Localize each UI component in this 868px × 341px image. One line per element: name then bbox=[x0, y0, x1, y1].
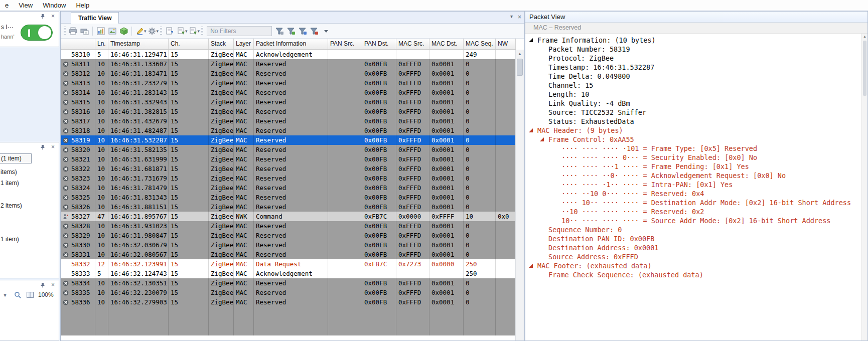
tree-node[interactable]: MAC Footer: (exhausted data) bbox=[525, 261, 861, 270]
table-row[interactable]: 583221016:46:31.68187115ZigBeeMACReserve… bbox=[61, 164, 516, 174]
menu-item-file-partial[interactable]: e bbox=[0, 0, 14, 11]
table-row[interactable]: 583291016:46:31.98084715ZigBeeMACReserve… bbox=[61, 231, 516, 240]
tree-node[interactable]: Frame Control: 0xAA55 bbox=[525, 135, 861, 144]
scrollbar-thumb[interactable] bbox=[863, 41, 866, 96]
table-row[interactable]: 583231016:46:31.73167915ZigBeeMACReserve… bbox=[61, 174, 516, 183]
scrollbar-thumb[interactable] bbox=[517, 59, 523, 76]
tab-traffic-view[interactable]: Traffic View bbox=[71, 12, 119, 24]
table-row[interactable]: 583191016:46:31.53228715ZigBeeMACReserve… bbox=[61, 135, 516, 145]
table-row[interactable]: 583351016:46:32.23007915ZigBeeMACReserve… bbox=[61, 288, 516, 297]
column-header-pan-src[interactable]: PAN Src. bbox=[328, 39, 362, 49]
column-header-icon[interactable] bbox=[61, 39, 95, 49]
tree-item[interactable]: 1 item) bbox=[1, 236, 19, 243]
table-row[interactable]: 583131016:46:31.23327915ZigBeeMACReserve… bbox=[61, 78, 516, 88]
filter-edit-button[interactable] bbox=[297, 25, 309, 37]
tree-item-selected[interactable]: (1 item) bbox=[0, 153, 32, 163]
tree-item[interactable]: 1 item) bbox=[1, 180, 19, 187]
close-icon[interactable]: × bbox=[49, 143, 57, 150]
packet-view-scrollbar[interactable]: ▲ bbox=[861, 34, 867, 340]
table-row[interactable]: 583274716:46:31.89576715ZigBeeNWKCommand… bbox=[61, 212, 516, 221]
pin-icon[interactable] bbox=[39, 13, 46, 20]
column-header-layer[interactable]: Layer bbox=[234, 39, 254, 49]
split-view-icon[interactable] bbox=[26, 290, 35, 299]
close-icon[interactable]: × bbox=[49, 13, 57, 20]
tree-node[interactable]: ···· ···· ···· 0··· = Security Enabled: … bbox=[525, 153, 861, 162]
tree-node[interactable]: ···· ···· ···1 ···· = Frame Pending: [0x… bbox=[525, 162, 861, 171]
tree-node[interactable]: ··10 ···· ···· ···· = Reserved: 0x2 bbox=[525, 207, 861, 216]
tree-node[interactable]: Status: ExhaustedData bbox=[525, 117, 861, 126]
table-row[interactable]: 583211016:46:31.63199915ZigBeeMACReserve… bbox=[61, 154, 516, 164]
column-header-timestamp[interactable]: Timestamp bbox=[108, 39, 169, 49]
chevron-down-icon[interactable]: ▾ bbox=[157, 29, 159, 34]
filter-lines-button[interactable] bbox=[274, 25, 285, 37]
table-row[interactable]: 583281016:46:31.93102315ZigBeeMACReserve… bbox=[61, 221, 516, 231]
chevron-down-icon[interactable]: ▾ bbox=[510, 14, 513, 21]
toggle-knob[interactable] bbox=[38, 26, 51, 39]
table-row[interactable]: 583111016:46:31.13360715ZigBeeMACReserve… bbox=[61, 59, 516, 69]
table-row[interactable]: 583141016:46:31.28314315ZigBeeMACReserve… bbox=[61, 88, 516, 97]
image-export-button[interactable] bbox=[106, 25, 118, 37]
report-button[interactable] bbox=[95, 25, 106, 37]
table-row[interactable]: 583251016:46:31.83134315ZigBeeMACReserve… bbox=[61, 193, 516, 202]
table-row[interactable] bbox=[61, 326, 516, 335]
table-row[interactable]: 583301016:46:32.03067915ZigBeeMACReserve… bbox=[61, 240, 516, 250]
table-row[interactable]: 583261016:46:31.88115115ZigBeeMACReserve… bbox=[61, 202, 516, 212]
menu-item-view[interactable]: View bbox=[14, 0, 38, 11]
table-row[interactable] bbox=[61, 316, 516, 326]
column-header-packet-information[interactable]: Packet Information bbox=[254, 39, 328, 49]
tree-item[interactable]: 2 items) bbox=[1, 202, 22, 209]
table-row[interactable]: 58333516:46:32.12474315ZigBeeMACAcknowle… bbox=[61, 269, 516, 278]
tree-node[interactable]: Time Delta: 0.049800 bbox=[525, 72, 861, 81]
table-row[interactable]: 583361016:46:32.27990315ZigBeeMACReserve… bbox=[61, 297, 516, 307]
table-row[interactable]: 583341016:46:32.13035115ZigBeeMACReserve… bbox=[61, 278, 516, 288]
table-row[interactable]: 583121016:46:31.18347115ZigBeeMACReserve… bbox=[61, 69, 516, 78]
chevron-down-icon[interactable]: ▾ bbox=[1, 290, 10, 299]
tree-node[interactable]: Protocol: ZigBee bbox=[525, 54, 861, 63]
table-row[interactable]: 583151016:46:31.33294315ZigBeeMACReserve… bbox=[61, 97, 516, 107]
tree-node[interactable]: Timestamp: 16:46:31.532287 bbox=[525, 63, 861, 72]
package-button[interactable] bbox=[118, 25, 129, 37]
tree-node[interactable]: Destination Address: 0x0001 bbox=[525, 243, 861, 252]
capture-toggle[interactable] bbox=[21, 25, 53, 41]
toolbar-grip[interactable] bbox=[64, 27, 66, 36]
tree-node[interactable]: Link Quality: -4 dBm bbox=[525, 99, 861, 108]
pin-icon[interactable] bbox=[39, 281, 46, 288]
print-preview-button[interactable] bbox=[79, 25, 90, 37]
tree-node[interactable]: ···· ···· ·1·· ···· = Intra-PAN: [0x1] Y… bbox=[525, 180, 861, 189]
toolbar-grip[interactable] bbox=[160, 27, 162, 36]
scroll-up-icon[interactable]: ▲ bbox=[862, 34, 867, 40]
tree-node[interactable]: 10·· ···· ···· ···· = Source Addr Mode: … bbox=[525, 216, 861, 225]
tree-node[interactable]: Source: TICC2532 Sniffer bbox=[525, 108, 861, 117]
tree-expanded-icon[interactable] bbox=[529, 264, 533, 268]
menu-item-help[interactable]: Help bbox=[71, 0, 94, 11]
table-row[interactable]: 583321216:46:32.12399115ZigBeeMACData Re… bbox=[61, 259, 516, 269]
tree-expanded-icon[interactable] bbox=[529, 38, 533, 42]
tree-node[interactable]: Packet Number: 58319 bbox=[525, 45, 861, 54]
table-row[interactable]: 583311016:46:32.08056715ZigBeeMACReserve… bbox=[61, 250, 516, 259]
table-row[interactable]: 583181016:46:31.48248715ZigBeeMACReserve… bbox=[61, 126, 516, 135]
column-header-ch[interactable]: Ch. bbox=[169, 39, 209, 49]
table-row[interactable]: 583201016:46:31.58213515ZigBeeMACReserve… bbox=[61, 145, 516, 154]
column-header-nw[interactable]: NW bbox=[496, 39, 516, 49]
magnifier-icon[interactable] bbox=[13, 290, 22, 299]
tree-node[interactable]: MAC Header: (9 bytes) bbox=[525, 126, 861, 135]
zoom-level[interactable]: 100% bbox=[38, 291, 54, 298]
filter-input[interactable]: No Filters bbox=[207, 26, 272, 36]
close-icon[interactable]: × bbox=[518, 14, 521, 21]
traffic-scrollbar[interactable]: ▲ bbox=[515, 50, 524, 340]
filter-apply-button[interactable] bbox=[285, 25, 297, 37]
tree-node[interactable]: Frame Check Sequence: (exhausted data) bbox=[525, 270, 861, 279]
toolbar-grip[interactable] bbox=[201, 27, 203, 36]
tree-node[interactable]: Destination PAN ID: 0x00FB bbox=[525, 234, 861, 243]
chevron-down-icon[interactable]: ▾ bbox=[198, 29, 200, 34]
column-header-mac-seq[interactable]: MAC Seq. bbox=[464, 39, 496, 49]
column-header-stack[interactable]: Stack bbox=[209, 39, 234, 49]
print-button[interactable] bbox=[67, 25, 79, 37]
tree-node[interactable]: Sequence Number: 0 bbox=[525, 225, 861, 234]
tree-node[interactable]: Source Address: 0xFFFD bbox=[525, 252, 861, 261]
filter-clear-button[interactable] bbox=[309, 25, 320, 37]
column-header-mac-src[interactable]: MAC Src. bbox=[396, 39, 429, 49]
scroll-up-icon[interactable]: ▲ bbox=[516, 50, 524, 58]
tree-node[interactable]: ···· 10·· ···· ···· = Destination Addr M… bbox=[525, 198, 861, 207]
tree-node[interactable]: ···· ··10 0··· ···· = Reserved: 0x4 bbox=[525, 189, 861, 198]
